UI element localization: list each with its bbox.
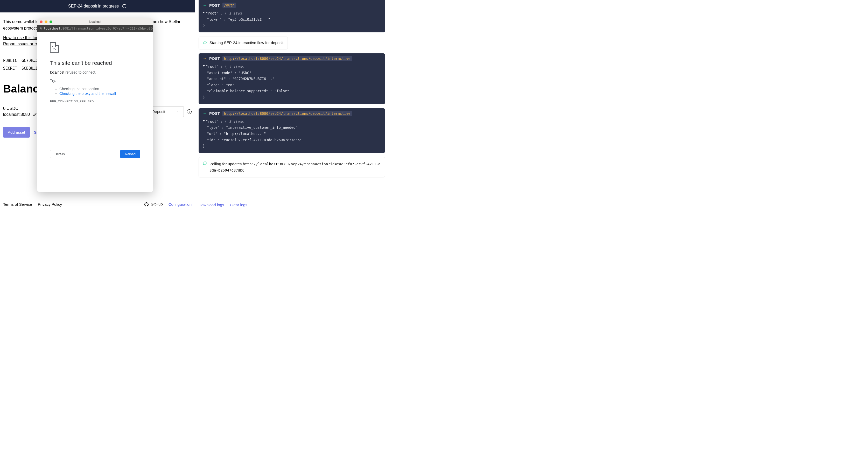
download-logs-link[interactable]: Download logs [198,203,224,207]
log-url: http://localhost:8080/sep24/transactions… [222,111,352,116]
site-info-icon[interactable]: i [40,27,41,30]
info-icon[interactable]: i [187,109,192,114]
log-footer: Download logs Clear logs [195,199,389,210]
spinner-icon [122,4,126,8]
github-icon [145,202,149,206]
log-poll-text: Polling for updates [210,162,242,166]
popup-heading: This site can't be reached [50,60,140,66]
arrow-right-icon: → [203,56,207,61]
left-footer: Terms of Service Privacy Policy GitHub C… [0,198,195,210]
log-entry-deposit-response: ← POST http://localhost:8080/sep24/trans… [198,108,385,153]
popup-try-label: Try: [50,78,140,83]
log-entry-auth-response: ← POST /auth "root" : { 1 item "token" :… [198,0,385,32]
sad-page-icon [50,42,59,53]
asset-domain[interactable]: localhost:8080 [3,112,30,118]
log-body: "root" : { 1 item "token" : "eyJhbGciOiJ… [198,9,385,32]
edit-icon[interactable] [33,112,37,116]
add-asset-button[interactable]: Add asset [3,127,30,138]
popup-url-host: localhost [43,27,60,30]
log-url: http://localhost:8080/sep24/transactions… [222,56,352,61]
comment-icon [203,41,207,45]
comment-icon [203,161,207,166]
arrow-left-icon: ← [203,3,207,7]
details-button[interactable]: Details [50,150,69,158]
popup-url-path: :8081/?transaction_id=eac3cf07-ec7f-4211… [60,27,153,30]
popup-tip-connection: Checking the connection [59,87,140,91]
popup-tip-proxy-link[interactable]: Checking the proxy and the firewall [59,92,116,96]
footer-github[interactable]: GitHub [145,202,163,206]
log-method: POST [209,56,220,61]
footer-tos[interactable]: Terms of Service [3,202,32,206]
status-bar: SEP-24 deposit in progress [0,0,195,12]
popup-titlebar[interactable]: localhost [37,19,153,25]
log-pane: ← POST /auth "root" : { 1 item "token" :… [195,0,389,210]
log-scroll[interactable]: ← POST /auth "root" : { 1 item "token" :… [195,0,389,199]
log-entry-deposit-request: → POST http://localhost:8080/sep24/trans… [198,54,385,104]
clear-logs-link[interactable]: Clear logs [230,203,247,207]
log-method: POST [209,3,220,7]
log-message-start-flow: Starting SEP-24 interactive flow for dep… [198,37,288,49]
reload-button[interactable]: Reload [120,150,140,158]
popup-refused-text: localhost refused to connect. [50,70,140,74]
arrow-left-icon: ← [203,111,207,115]
footer-github-label: GitHub [151,202,163,206]
left-pane: SEP-24 deposit in progress This demo wal… [0,0,195,210]
public-key-label: PUBLIC [3,57,19,65]
footer-configuration[interactable]: Configuration [168,202,192,206]
status-text: SEP-24 deposit in progress [68,4,119,8]
popup-refused-rest: refused to connect. [64,70,96,74]
popup-title: localhost [37,20,153,24]
log-body: "root" : { 3 items "type" : "interactive… [198,118,385,153]
log-method: POST [209,111,220,115]
footer-privacy[interactable]: Privacy Policy [38,202,62,206]
public-key-value: GC7DH…Q [22,58,38,63]
popup-error-code: ERR_CONNECTION_REFUSED [50,100,140,103]
popup-urlbar[interactable]: i localhost:8081/?transaction_id=eac3cf0… [37,25,153,32]
log-message-text: Starting SEP-24 interactive flow for dep… [210,40,283,45]
secret-key-label: SECRET [3,65,19,72]
interactive-popup-window: localhost i localhost:8081/?transaction_… [37,19,153,192]
asset-amount: 0 USDC [3,106,37,111]
log-body: "root" : { 4 items "asset_code" : "USDC"… [198,63,385,104]
popup-refused-host: localhost [50,70,64,74]
log-url: /auth [222,3,236,8]
chevron-down-icon [177,110,180,113]
log-message-polling: Polling for updates http://localhost:808… [198,157,385,177]
